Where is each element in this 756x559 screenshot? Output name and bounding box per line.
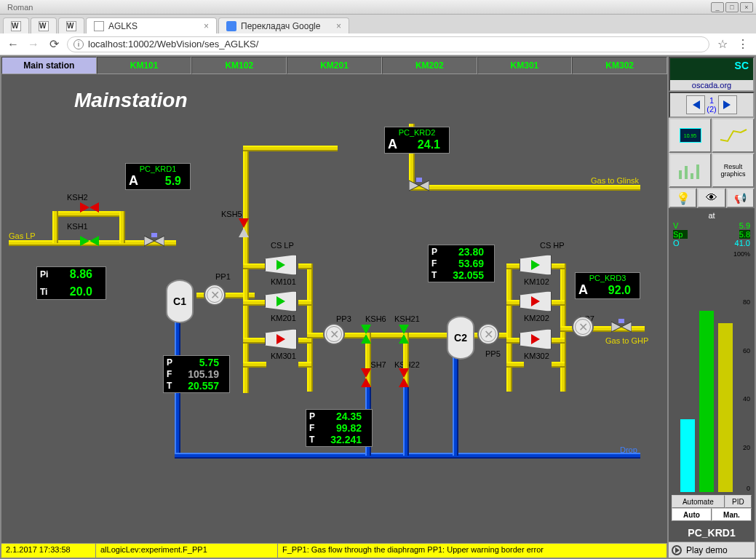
window-close-button[interactable]: × (740, 2, 753, 12)
label-cs-lp: CS LP (271, 241, 294, 250)
svg-marker-17 (409, 181, 419, 191)
tank-c1[interactable]: C1 (166, 280, 194, 323)
compressor-km201[interactable] (265, 291, 297, 312)
pump-pp7[interactable] (572, 316, 594, 338)
tank-c2[interactable]: C2 (447, 316, 474, 360)
pipe (243, 300, 266, 306)
svg-rect-19 (416, 178, 422, 182)
valve-ksh22[interactable] (399, 368, 409, 387)
auto-button[interactable]: Auto (672, 508, 712, 521)
automate-button[interactable]: Automate (672, 495, 725, 508)
pid-button[interactable]: PID (725, 495, 752, 508)
app-container: Main station KM101 KM102 KM201 KM202 KM3… (0, 55, 756, 559)
browser-tab-3[interactable]: W (58, 17, 84, 33)
label-gas-lp: Gas LP (9, 231, 36, 240)
url-input[interactable]: i localhost:10002/WebVision/ses_AGLKS/ (67, 36, 709, 52)
tab-km202[interactable]: KM202 (382, 57, 477, 74)
page-prev-button[interactable] (686, 95, 705, 114)
bookmark-star-icon[interactable]: ☆ (715, 37, 730, 52)
svg-marker-21 (621, 322, 632, 332)
svg-marker-18 (419, 181, 429, 191)
label-km202: KM202 (524, 314, 549, 322)
compressor-km302[interactable] (520, 329, 552, 349)
compressor-km202[interactable] (520, 291, 552, 312)
pump-pp3[interactable] (323, 323, 345, 345)
nav-reload-button[interactable]: ⟳ (47, 37, 61, 52)
browser-tab-google[interactable]: Перекладач Google × (218, 17, 349, 33)
tool-display-button[interactable]: 10.95 (669, 118, 712, 153)
readout-pft2[interactable]: P24.35 F99.82 T32.241 (306, 409, 373, 447)
tab-main-station[interactable]: Main station (1, 57, 97, 74)
control-valve-krd3[interactable] (611, 319, 632, 335)
browser-tab-aglks[interactable]: AGLKS × (86, 17, 217, 33)
readout-pft3[interactable]: P23.80 F53.69 T32.055 (428, 245, 495, 282)
tool-eye-button[interactable]: 👁 (697, 188, 725, 208)
readout-pft1[interactable]: P5.75 F105.19 T20.557 (163, 355, 230, 393)
label-ksh2: KSH2 (67, 193, 88, 202)
readout-pc-krd3[interactable]: PC_KRD3 A92.0 (575, 272, 640, 299)
valve-ksh6[interactable] (361, 325, 371, 344)
logo-url-text: oscada.org (670, 80, 753, 90)
tool-sound-button[interactable]: 📢 (726, 188, 755, 208)
param-v: V5.9 (672, 221, 752, 230)
svg-rect-22 (618, 319, 624, 323)
tab-km201[interactable]: KM201 (287, 57, 382, 74)
tool-bars-button[interactable] (669, 153, 712, 188)
page-next-button[interactable] (718, 95, 737, 114)
tool-trend-button[interactable] (712, 118, 755, 153)
pipe (552, 300, 565, 306)
favicon-w-icon: W (66, 21, 76, 31)
play-demo-row[interactable]: Play demo (669, 542, 755, 558)
station-tabs: Main station KM101 KM102 KM201 KM202 KM3… (1, 57, 667, 74)
svg-marker-9 (361, 378, 371, 387)
label-km302: KM302 (524, 352, 549, 360)
compressor-km301[interactable] (265, 329, 297, 349)
logo-box[interactable]: SC oscada.org (669, 57, 755, 92)
tab-close-icon[interactable]: × (204, 21, 209, 31)
valve-ksh2[interactable] (80, 202, 99, 213)
label-gas-ghp: Gas to GHP (605, 336, 648, 345)
valve-ksh21[interactable] (399, 325, 409, 344)
tab-close-icon[interactable]: × (336, 21, 341, 31)
label-km102: KM102 (524, 277, 549, 286)
readout-header: PC_KRD2 (388, 128, 446, 137)
window-minimize-button[interactable]: _ (711, 2, 724, 12)
control-valve-krd1[interactable] (144, 233, 164, 249)
pipe (243, 146, 338, 151)
window-maximize-button[interactable]: □ (725, 2, 739, 12)
man-button[interactable]: Man. (712, 508, 752, 521)
browser-tab-label: AGLKS (108, 21, 138, 31)
tool-bulb-button[interactable]: 💡 (669, 188, 697, 208)
svg-marker-15 (154, 236, 164, 246)
pump-pp5[interactable] (477, 323, 499, 345)
pipe (298, 263, 311, 269)
bulb-icon: 💡 (676, 191, 691, 205)
browser-menu-icon[interactable]: ⋮ (736, 37, 750, 52)
tool-result-graphics-button[interactable]: Result graphics (712, 153, 755, 188)
browser-tab-1[interactable]: W (3, 17, 29, 33)
readout-pc-krd2[interactable]: PC_KRD2 A24.1 (384, 127, 450, 154)
logo-sc-text: SC (735, 60, 749, 71)
tab-km102[interactable]: KM102 (191, 57, 287, 74)
nav-forward-button[interactable]: → (26, 37, 41, 52)
address-bar: ← → ⟳ i localhost:10002/WebVision/ses_AG… (0, 33, 756, 55)
tab-km301[interactable]: KM301 (477, 57, 573, 74)
tab-km302[interactable]: KM302 (572, 57, 667, 74)
control-valve-krd2[interactable] (409, 178, 429, 194)
label-km301: KM301 (271, 352, 296, 360)
tab-km101[interactable]: KM101 (97, 57, 192, 74)
svg-marker-6 (361, 325, 371, 334)
readout-pi-ti[interactable]: Pi8.86 Ti20.0 (36, 266, 106, 300)
pump-pp1[interactable] (204, 284, 226, 306)
svg-rect-26 (685, 166, 688, 179)
compressor-km102[interactable] (520, 255, 552, 275)
valve-ksh5[interactable] (239, 218, 249, 237)
browser-tab-2[interactable]: W (31, 17, 57, 33)
site-info-icon[interactable]: i (73, 39, 84, 49)
readout-pc-krd1[interactable]: PC_KRD1 A5.9 (125, 163, 191, 190)
valve-ksh1[interactable] (80, 236, 99, 246)
compressor-km101[interactable] (265, 255, 297, 275)
label-ksh6: KSH6 (365, 314, 386, 323)
nav-back-button[interactable]: ← (6, 37, 20, 52)
valve-ksh7[interactable] (361, 368, 371, 387)
